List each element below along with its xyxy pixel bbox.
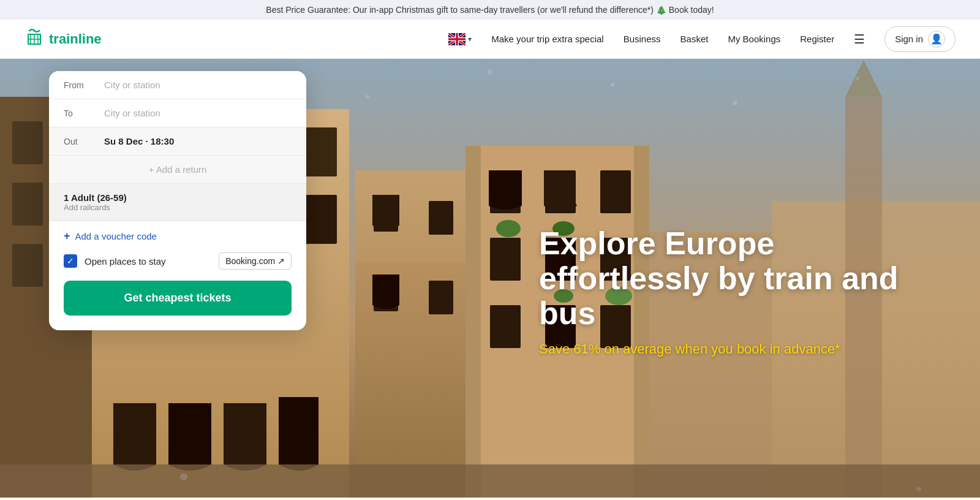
svg-point-63 bbox=[856, 77, 859, 80]
from-field-row[interactable]: From City or station bbox=[49, 71, 306, 99]
header: trainline ▾ Make your trip extra special… bbox=[0, 20, 980, 59]
add-return-label: + Add a return bbox=[149, 164, 207, 175]
svg-point-49 bbox=[496, 220, 521, 237]
add-railcards-link[interactable]: Add railcards bbox=[64, 203, 292, 212]
booking-com-label: Booking.com ↗ bbox=[225, 256, 285, 266]
out-label: Out bbox=[64, 137, 94, 146]
hero-section: Explore Europe effortlessly by train and… bbox=[0, 59, 980, 498]
svg-rect-7 bbox=[12, 244, 43, 287]
chevron-down-icon: ▾ bbox=[468, 35, 472, 44]
passengers-count: 1 Adult (26-59) bbox=[64, 192, 292, 203]
voucher-label: Add a voucher code bbox=[75, 231, 157, 241]
svg-point-60 bbox=[487, 69, 493, 75]
nav-business[interactable]: Business bbox=[624, 34, 661, 44]
voucher-row[interactable]: + Add a voucher code bbox=[49, 221, 306, 249]
hero-text: Explore Europe effortlessly by train and… bbox=[539, 226, 907, 357]
nav-my-bookings[interactable]: My Bookings bbox=[728, 34, 780, 44]
language-selector[interactable]: ▾ bbox=[448, 33, 472, 45]
get-tickets-button[interactable]: Get cheapest tickets bbox=[64, 281, 292, 316]
logo-text: trainline bbox=[49, 31, 102, 47]
svg-point-62 bbox=[733, 100, 737, 105]
top-banner: Best Price Guarantee: Our in-app Christm… bbox=[0, 0, 980, 20]
hero-title: Explore Europe effortlessly by train and… bbox=[539, 226, 907, 331]
out-date-value: Su 8 Dec · 18:30 bbox=[104, 136, 292, 146]
svg-rect-43 bbox=[490, 238, 521, 281]
banner-text: Best Price Guarantee: Our in-app Christm… bbox=[266, 5, 714, 15]
nav-register[interactable]: Register bbox=[800, 34, 834, 44]
svg-rect-3 bbox=[12, 121, 43, 164]
nav-extra-special[interactable]: Make your trip extra special bbox=[491, 34, 603, 44]
nav-basket[interactable]: Basket bbox=[680, 34, 709, 44]
sign-in-label: Sign in bbox=[895, 34, 923, 44]
svg-rect-57 bbox=[0, 464, 980, 498]
svg-rect-38 bbox=[466, 146, 481, 498]
main-nav: ▾ Make your trip extra special Business … bbox=[448, 26, 956, 52]
avatar-icon: 👤 bbox=[928, 31, 945, 48]
add-return-row[interactable]: + Add a return bbox=[49, 156, 306, 184]
open-stays-checkbox[interactable]: ✓ bbox=[64, 254, 77, 268]
uk-flag-icon bbox=[448, 33, 466, 45]
svg-rect-36 bbox=[429, 281, 453, 314]
passengers-row[interactable]: 1 Adult (26-59) Add railcards bbox=[49, 184, 306, 221]
booking-com-link[interactable]: Booking.com ↗ bbox=[219, 252, 292, 270]
svg-point-59 bbox=[366, 95, 369, 99]
outbound-date-row[interactable]: Out Su 8 Dec · 18:30 bbox=[49, 127, 306, 156]
to-input[interactable]: City or station bbox=[104, 108, 292, 118]
svg-point-64 bbox=[180, 473, 187, 480]
open-stays-label: Open places to stay bbox=[85, 256, 166, 267]
svg-point-67 bbox=[916, 487, 921, 491]
logo-icon bbox=[24, 27, 44, 51]
svg-point-61 bbox=[611, 83, 614, 86]
search-card: From City or station To City or station … bbox=[49, 71, 306, 330]
to-field-row[interactable]: To City or station bbox=[49, 99, 306, 127]
svg-rect-33 bbox=[429, 201, 453, 235]
booking-row: ✓ Open places to stay Booking.com ↗ bbox=[49, 249, 306, 278]
svg-rect-5 bbox=[12, 183, 43, 225]
sign-in-button[interactable]: Sign in 👤 bbox=[884, 26, 956, 52]
hero-subtitle: Save 61% on average when you book in adv… bbox=[539, 341, 907, 357]
svg-rect-42 bbox=[600, 170, 631, 213]
logo[interactable]: trainline bbox=[24, 27, 102, 51]
from-label: From bbox=[64, 80, 94, 90]
plus-icon: + bbox=[64, 230, 70, 243]
hamburger-menu-icon[interactable]: ☰ bbox=[854, 32, 865, 47]
to-label: To bbox=[64, 108, 94, 118]
from-input[interactable]: City or station bbox=[104, 80, 292, 90]
svg-rect-46 bbox=[490, 305, 521, 348]
date-section: Out Su 8 Dec · 18:30 + Add a return bbox=[49, 127, 306, 184]
